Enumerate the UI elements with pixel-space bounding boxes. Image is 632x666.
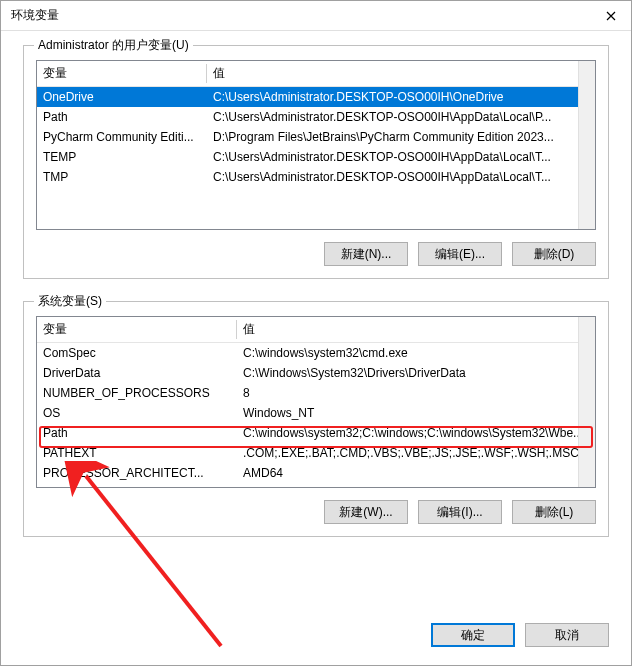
user-edit-button[interactable]: 编辑(E)... [418,242,502,266]
table-row[interactable]: TEMP C:\Users\Administrator.DESKTOP-OSO0… [37,147,595,167]
table-row[interactable]: TMP C:\Users\Administrator.DESKTOP-OSO00… [37,167,595,187]
table-row[interactable]: PyCharm Community Editi... D:\Program Fi… [37,127,595,147]
col-header-value[interactable]: 值 [207,61,595,87]
system-vars-table[interactable]: 变量 值 ComSpec C:\windows\system32\cmd.exe… [36,316,596,488]
table-row[interactable]: ComSpec C:\windows\system32\cmd.exe [37,343,595,364]
system-vars-group: 系统变量(S) 变量 值 ComSpec C:\windows\system32… [23,301,609,537]
table-row[interactable]: DriverData C:\Windows\System32\Drivers\D… [37,363,595,383]
titlebar: 环境变量 [1,1,631,31]
user-vars-group: Administrator 的用户变量(U) 变量 值 OneDrive C:\… [23,45,609,279]
ok-button[interactable]: 确定 [431,623,515,647]
table-row[interactable]: OneDrive C:\Users\Administrator.DESKTOP-… [37,87,595,108]
system-buttons: 新建(W)... 编辑(I)... 删除(L) [36,500,596,524]
col-header-variable[interactable]: 变量 [37,61,207,87]
close-button[interactable] [591,1,631,30]
user-vars-table[interactable]: 变量 值 OneDrive C:\Users\Administrator.DES… [36,60,596,230]
system-vars-legend: 系统变量(S) [34,293,106,310]
dialog-footer: 确定 取消 [1,623,631,665]
system-delete-button[interactable]: 删除(L) [512,500,596,524]
table-row[interactable]: NUMBER_OF_PROCESSORS 8 [37,383,595,403]
system-edit-button[interactable]: 编辑(I)... [418,500,502,524]
table-row[interactable]: PATHEXT .COM;.EXE;.BAT;.CMD;.VBS;.VBE;.J… [37,443,595,463]
col-header-value[interactable]: 值 [237,317,595,343]
dialog-content: Administrator 的用户变量(U) 变量 值 OneDrive C:\… [1,31,631,623]
cancel-button[interactable]: 取消 [525,623,609,647]
env-vars-dialog: 环境变量 Administrator 的用户变量(U) 变量 值 [0,0,632,666]
user-buttons: 新建(N)... 编辑(E)... 删除(D) [36,242,596,266]
system-new-button[interactable]: 新建(W)... [324,500,408,524]
table-row[interactable]: Path C:\Users\Administrator.DESKTOP-OSO0… [37,107,595,127]
user-vars-legend: Administrator 的用户变量(U) [34,37,193,54]
col-header-variable[interactable]: 变量 [37,317,237,343]
scrollbar[interactable] [578,317,595,487]
user-new-button[interactable]: 新建(N)... [324,242,408,266]
table-row[interactable]: OS Windows_NT [37,403,595,423]
table-row[interactable]: Path C:\windows\system32;C:\windows;C:\w… [37,423,595,443]
window-title: 环境变量 [11,7,621,24]
close-icon [606,11,616,21]
user-delete-button[interactable]: 删除(D) [512,242,596,266]
table-row[interactable]: PROCESSOR_ARCHITECT... AMD64 [37,463,595,483]
scrollbar[interactable] [578,61,595,229]
